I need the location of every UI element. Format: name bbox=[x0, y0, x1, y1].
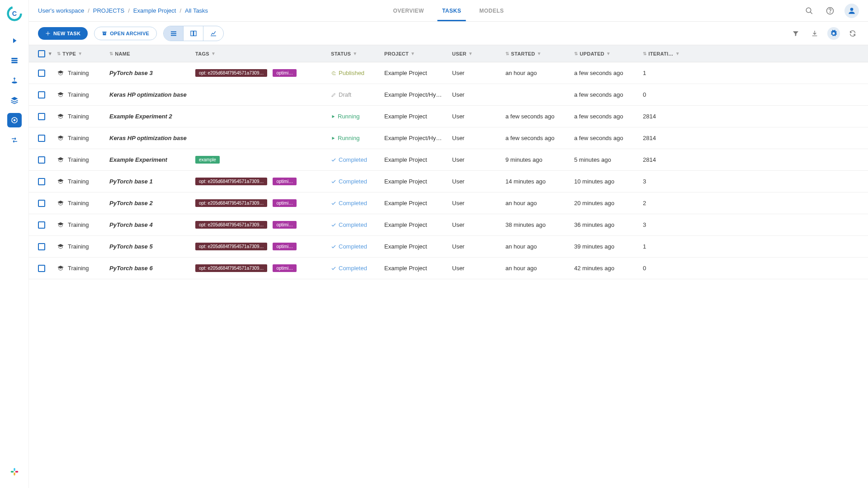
svg-rect-22 bbox=[104, 33, 105, 34]
row-checkbox[interactable] bbox=[38, 135, 45, 142]
table-row[interactable]: Training Keras HP optimization base Runn… bbox=[29, 127, 868, 149]
view-chart-icon[interactable] bbox=[203, 26, 223, 41]
filter-icon[interactable]: ▼ bbox=[675, 51, 680, 56]
svg-rect-23 bbox=[171, 31, 176, 32]
sort-icon[interactable]: ⇅ bbox=[57, 51, 61, 56]
table-row[interactable]: Training PyTorch base 3 opt: e205d684f79… bbox=[29, 62, 868, 84]
row-checkbox[interactable] bbox=[38, 178, 45, 185]
table-row[interactable]: Training PyTorch base 4 opt: e205d684f79… bbox=[29, 214, 868, 236]
filter-icon[interactable]: ▼ bbox=[606, 51, 611, 56]
project-label: Example Project bbox=[384, 178, 427, 185]
training-icon bbox=[57, 178, 64, 185]
row-checkbox[interactable] bbox=[38, 70, 45, 77]
svg-rect-13 bbox=[10, 471, 14, 472]
project-label: Example Project/Hy… bbox=[384, 135, 442, 141]
help-icon[interactable] bbox=[824, 5, 836, 17]
table-row[interactable]: Training PyTorch base 1 opt: e205d684f79… bbox=[29, 171, 868, 192]
chevron-down-icon[interactable]: ▾ bbox=[49, 51, 52, 56]
settings-icon[interactable] bbox=[827, 27, 840, 40]
col-status[interactable]: STATUS bbox=[331, 51, 351, 56]
sort-icon[interactable]: ⇅ bbox=[109, 51, 113, 56]
breadcrumb-workspace[interactable]: User's workspace bbox=[38, 7, 84, 14]
table-row[interactable]: Training PyTorch base 5 opt: e205d684f79… bbox=[29, 236, 868, 258]
nav-compare-icon[interactable] bbox=[7, 133, 22, 147]
sidebar: C bbox=[0, 0, 29, 488]
new-task-button[interactable]: NEW TASK bbox=[38, 27, 88, 40]
slack-icon[interactable] bbox=[7, 465, 22, 479]
breadcrumb-projects[interactable]: PROJECTS bbox=[93, 7, 124, 14]
col-started[interactable]: STARTED bbox=[511, 51, 535, 56]
sort-icon[interactable]: ⇅ bbox=[574, 51, 578, 56]
updated-label: a few seconds ago bbox=[574, 135, 623, 141]
table-row[interactable]: Training Example Experiment 2 Running Ex… bbox=[29, 106, 868, 127]
col-name[interactable]: NAME bbox=[115, 51, 130, 56]
search-icon[interactable] bbox=[803, 5, 816, 17]
started-label: an hour ago bbox=[505, 70, 537, 76]
svg-point-5 bbox=[12, 81, 17, 84]
refresh-icon[interactable] bbox=[846, 27, 859, 40]
col-user[interactable]: USER bbox=[452, 51, 467, 56]
toolbar: NEW TASK OPEN ARCHIVE bbox=[29, 22, 868, 45]
col-updated[interactable]: UPDATED bbox=[580, 51, 604, 56]
user-avatar[interactable] bbox=[844, 4, 859, 18]
open-archive-button[interactable]: OPEN ARCHIVE bbox=[94, 27, 157, 40]
user-label: User bbox=[452, 243, 464, 250]
archive-icon bbox=[102, 31, 107, 36]
table-row[interactable]: Training PyTorch base 6 opt: e205d684f79… bbox=[29, 258, 868, 279]
svg-point-6 bbox=[13, 119, 15, 122]
table-row[interactable]: Training PyTorch base 2 opt: e205d684f79… bbox=[29, 192, 868, 214]
task-name: PyTorch base 4 bbox=[109, 221, 153, 228]
user-label: User bbox=[452, 200, 464, 206]
row-checkbox[interactable] bbox=[38, 200, 45, 207]
type-label: Training bbox=[68, 243, 89, 250]
breadcrumb-project[interactable]: Example Project bbox=[133, 7, 176, 14]
type-label: Training bbox=[68, 178, 89, 185]
view-list-icon[interactable] bbox=[164, 26, 184, 41]
filter-icon[interactable]: ▼ bbox=[537, 51, 542, 56]
sort-icon[interactable]: ⇅ bbox=[643, 51, 646, 56]
row-checkbox[interactable] bbox=[38, 265, 45, 272]
filter-icon[interactable]: ▼ bbox=[78, 51, 82, 56]
row-checkbox[interactable] bbox=[38, 113, 45, 120]
row-checkbox[interactable] bbox=[38, 221, 45, 229]
iterations-label: 2814 bbox=[643, 113, 656, 120]
tags-cell: opt: e205d684f7954571a7309…optimi… bbox=[195, 199, 331, 207]
row-checkbox[interactable] bbox=[38, 156, 45, 164]
select-all-checkbox[interactable] bbox=[38, 50, 45, 57]
nav-cloud-icon[interactable] bbox=[7, 73, 22, 88]
col-project[interactable]: PROJECT bbox=[384, 51, 409, 56]
tab-models[interactable]: MODELS bbox=[479, 0, 504, 21]
type-label: Training bbox=[68, 200, 89, 206]
nav-experiments-icon[interactable] bbox=[7, 113, 22, 127]
col-iterations[interactable]: ITERATI… bbox=[648, 51, 673, 56]
table-row[interactable]: Training Keras HP optimization base Draf… bbox=[29, 84, 868, 106]
updated-label: 39 minutes ago bbox=[574, 243, 614, 250]
table-row[interactable]: Training Example Experiment example Comp… bbox=[29, 149, 868, 171]
download-icon[interactable] bbox=[808, 27, 821, 40]
nav-servers-icon[interactable] bbox=[7, 53, 22, 68]
svg-point-8 bbox=[11, 118, 12, 119]
iterations-label: 2814 bbox=[643, 156, 656, 163]
tab-tasks[interactable]: TASKS bbox=[442, 0, 461, 21]
svg-rect-24 bbox=[171, 33, 176, 34]
nav-run-icon[interactable] bbox=[7, 33, 22, 48]
filter-icon[interactable]: ▼ bbox=[410, 51, 415, 56]
row-checkbox[interactable] bbox=[38, 243, 45, 250]
nav-layers-icon[interactable] bbox=[7, 93, 22, 108]
row-checkbox[interactable] bbox=[38, 91, 45, 99]
col-tags[interactable]: TAGS bbox=[195, 51, 209, 56]
view-detail-icon[interactable] bbox=[184, 26, 203, 41]
filter-icon[interactable]: ▼ bbox=[211, 51, 216, 56]
type-label: Training bbox=[68, 156, 89, 163]
started-label: an hour ago bbox=[505, 200, 537, 206]
filter-icon[interactable]: ▼ bbox=[353, 51, 357, 56]
sort-icon[interactable]: ⇅ bbox=[505, 51, 509, 56]
task-name: PyTorch base 1 bbox=[109, 178, 153, 185]
svg-rect-4 bbox=[11, 62, 18, 63]
filter-icon[interactable] bbox=[789, 27, 802, 40]
updated-label: 10 minutes ago bbox=[574, 178, 614, 185]
tab-overview[interactable]: OVERVIEW bbox=[393, 0, 424, 21]
table-header: ▾ ⇅TYPE▼ ⇅NAME TAGS▼ STATUS▼ PROJECT▼ US… bbox=[29, 45, 868, 62]
filter-icon[interactable]: ▼ bbox=[468, 51, 473, 56]
col-type[interactable]: TYPE bbox=[62, 51, 76, 56]
